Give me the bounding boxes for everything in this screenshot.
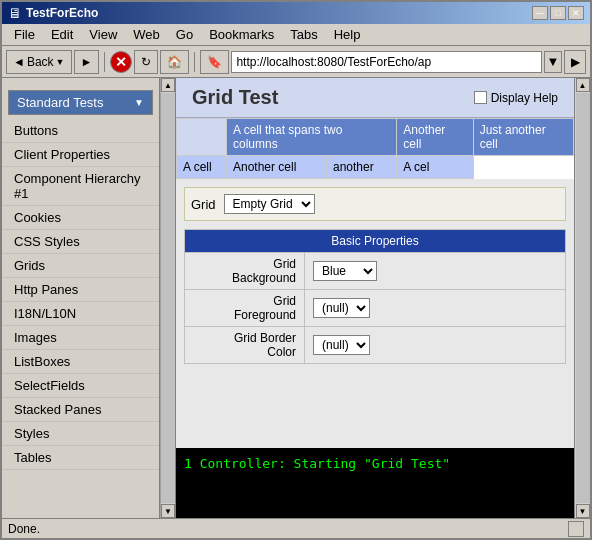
window: 🖥 TestForEcho — □ ✕ File Edit View Web G… bbox=[0, 0, 592, 540]
home-icon: 🏠 bbox=[167, 55, 182, 69]
table-cell-another3: another bbox=[326, 156, 396, 179]
grid-demo-table: A cell that spans two columns Another ce… bbox=[176, 118, 574, 179]
menu-help[interactable]: Help bbox=[326, 25, 369, 44]
sidebar-item-tables[interactable]: Tables bbox=[2, 446, 159, 470]
grid-select[interactable]: Empty Grid Grid 1 Grid 2 bbox=[224, 194, 315, 214]
grid-label: Grid bbox=[191, 197, 216, 212]
page-content: Grid Test Display Help A cell that spans… bbox=[176, 78, 574, 448]
grid-foreground-select[interactable]: (null) Blue Red bbox=[313, 298, 370, 318]
url-dropdown-button[interactable]: ▼ bbox=[544, 51, 562, 73]
menu-edit[interactable]: Edit bbox=[43, 25, 81, 44]
props-row-foreground: GridForeground (null) Blue Red bbox=[185, 290, 566, 327]
sidebar-item-i18n[interactable]: I18N/L10N bbox=[2, 302, 159, 326]
grid-demo: A cell that spans two columns Another ce… bbox=[176, 118, 574, 179]
props-header: Basic Properties bbox=[185, 230, 566, 253]
props-row-background: GridBackground Blue Red Green (null) bbox=[185, 253, 566, 290]
close-button[interactable]: ✕ bbox=[568, 6, 584, 20]
bookmark-icon-btn[interactable]: 🔖 bbox=[200, 50, 229, 74]
sidebar-item-listboxes[interactable]: ListBoxes bbox=[2, 350, 159, 374]
status-bar: Done. bbox=[2, 518, 590, 538]
go-button[interactable]: ▶ bbox=[564, 50, 586, 74]
console: 1 Controller: Starting "Grid Test" bbox=[176, 448, 574, 518]
menu-file[interactable]: File bbox=[6, 25, 43, 44]
page-header: Grid Test Display Help bbox=[176, 78, 574, 118]
sidebar-item-grids[interactable]: Grids bbox=[2, 254, 159, 278]
sidebar-item-styles[interactable]: Styles bbox=[2, 422, 159, 446]
window-controls: — □ ✕ bbox=[532, 6, 584, 20]
menu-bar: File Edit View Web Go Bookmarks Tabs Hel… bbox=[2, 24, 590, 46]
sidebar-item-images[interactable]: Images bbox=[2, 326, 159, 350]
maximize-button[interactable]: □ bbox=[550, 6, 566, 20]
menu-bookmarks[interactable]: Bookmarks bbox=[201, 25, 282, 44]
forward-button[interactable]: ► bbox=[74, 50, 100, 74]
url-input[interactable] bbox=[231, 51, 542, 73]
sidebar: Standard Tests ▼ Buttons Client Properti… bbox=[2, 78, 160, 518]
sidebar-item-client-properties[interactable]: Client Properties bbox=[2, 143, 159, 167]
content-scroll-thumb[interactable] bbox=[576, 93, 590, 503]
table-cell-acel: A cel bbox=[397, 156, 473, 179]
menu-tabs[interactable]: Tabs bbox=[282, 25, 325, 44]
table-cell-acell: A cell bbox=[177, 156, 227, 179]
toolbar-separator-2 bbox=[194, 52, 195, 72]
minimize-button[interactable]: — bbox=[532, 6, 548, 20]
menu-web[interactable]: Web bbox=[125, 25, 168, 44]
props-header-row: Basic Properties bbox=[185, 230, 566, 253]
content-area: Grid Test Display Help A cell that spans… bbox=[176, 78, 574, 518]
sidebar-item-http-panes[interactable]: Http Panes bbox=[2, 278, 159, 302]
grid-border-color-select[interactable]: (null) Blue Red bbox=[313, 335, 370, 355]
menu-go[interactable]: Go bbox=[168, 25, 201, 44]
refresh-icon: ↻ bbox=[141, 55, 151, 69]
basic-properties-table: Basic Properties GridBackground Blue Red… bbox=[184, 229, 566, 364]
sidebar-item-component-hierarchy[interactable]: Component Hierarchy #1 bbox=[2, 167, 159, 206]
title-bar: 🖥 TestForEcho — □ ✕ bbox=[2, 2, 590, 24]
bookmark-icon: 🔖 bbox=[207, 55, 222, 69]
table-cell-another: Another cell bbox=[397, 119, 473, 156]
grid-border-color-cell: (null) Blue Red bbox=[305, 327, 566, 364]
content-scrollbar[interactable]: ▲ ▼ bbox=[574, 78, 590, 518]
table-cell-another2: Another cell bbox=[227, 156, 327, 179]
table-cell-spanning: A cell that spans two columns bbox=[227, 119, 397, 156]
back-dropdown-icon: ▼ bbox=[56, 57, 65, 67]
props-row-border: Grid BorderColor (null) Blue Red bbox=[185, 327, 566, 364]
status-text: Done. bbox=[8, 522, 40, 536]
back-icon: ◄ bbox=[13, 55, 25, 69]
stop-button[interactable]: ✕ bbox=[110, 51, 132, 73]
grid-selector: Grid Empty Grid Grid 1 Grid 2 bbox=[184, 187, 566, 221]
status-icon bbox=[568, 521, 584, 537]
sidebar-item-css-styles[interactable]: CSS Styles bbox=[2, 230, 159, 254]
display-help-section: Display Help bbox=[474, 91, 558, 105]
sidebar-item-selectfields[interactable]: SelectFields bbox=[2, 374, 159, 398]
sidebar-dropdown[interactable]: Standard Tests ▼ bbox=[8, 90, 153, 115]
display-help-checkbox[interactable] bbox=[474, 91, 487, 104]
stop-icon: ✕ bbox=[115, 54, 127, 70]
grid-foreground-cell: (null) Blue Red bbox=[305, 290, 566, 327]
table-row: A cell that spans two columns Another ce… bbox=[177, 119, 574, 156]
sidebar-scrollbar[interactable]: ▲ ▼ bbox=[160, 78, 176, 518]
sidebar-item-stacked-panes[interactable]: Stacked Panes bbox=[2, 398, 159, 422]
grid-background-select[interactable]: Blue Red Green (null) bbox=[313, 261, 377, 281]
menu-view[interactable]: View bbox=[81, 25, 125, 44]
main-area: Standard Tests ▼ Buttons Client Properti… bbox=[2, 78, 590, 518]
sidebar-dropdown-label: Standard Tests bbox=[17, 95, 103, 110]
content-scroll-down[interactable]: ▼ bbox=[576, 504, 590, 518]
table-row: A cell Another cell another A cel bbox=[177, 156, 574, 179]
sidebar-item-cookies[interactable]: Cookies bbox=[2, 206, 159, 230]
table-cell-just-another: Just another cell bbox=[473, 119, 573, 156]
sidebar-item-buttons[interactable]: Buttons bbox=[2, 119, 159, 143]
display-help-label: Display Help bbox=[491, 91, 558, 105]
sidebar-scroll-down[interactable]: ▼ bbox=[161, 504, 175, 518]
grid-border-color-label: Grid BorderColor bbox=[185, 327, 305, 364]
home-button[interactable]: 🏠 bbox=[160, 50, 189, 74]
sidebar-scroll-up[interactable]: ▲ bbox=[161, 78, 175, 92]
grid-foreground-label: GridForeground bbox=[185, 290, 305, 327]
refresh-button[interactable]: ↻ bbox=[134, 50, 158, 74]
grid-background-label: GridBackground bbox=[185, 253, 305, 290]
toolbar-separator-1 bbox=[104, 52, 105, 72]
forward-icon: ► bbox=[81, 55, 93, 69]
table-cell bbox=[177, 119, 227, 156]
sidebar-dropdown-arrow-icon: ▼ bbox=[134, 97, 144, 108]
content-scroll-up[interactable]: ▲ bbox=[576, 78, 590, 92]
sidebar-scroll-thumb[interactable] bbox=[161, 93, 175, 503]
window-title: TestForEcho bbox=[26, 6, 98, 20]
back-button[interactable]: ◄ Back ▼ bbox=[6, 50, 72, 74]
